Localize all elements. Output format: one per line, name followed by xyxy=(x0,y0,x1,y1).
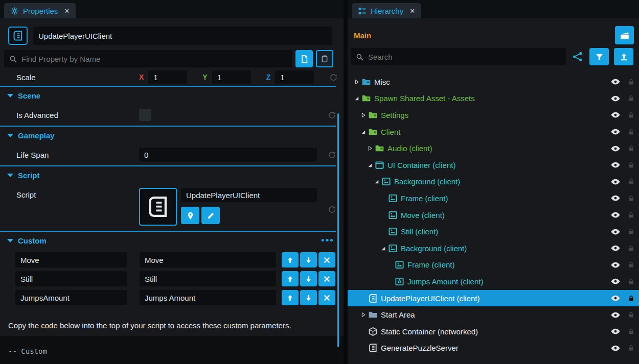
custom-param-value-input[interactable] xyxy=(140,290,276,305)
lock-icon[interactable] xyxy=(627,261,635,269)
visibility-eye-icon[interactable] xyxy=(610,93,621,104)
tree-item-static-container-networked[interactable]: Static Container (networked) xyxy=(348,323,639,340)
network-context-icon[interactable] xyxy=(571,51,584,62)
lock-icon[interactable] xyxy=(627,311,635,319)
lock-icon[interactable] xyxy=(627,195,635,202)
move-param-down-button[interactable] xyxy=(300,252,317,268)
tab-properties[interactable]: Properties ✕ xyxy=(4,3,76,18)
lock-icon[interactable] xyxy=(627,144,635,152)
reset-life-span-icon[interactable] xyxy=(328,151,336,159)
collapse-arrow-icon[interactable] xyxy=(372,178,381,186)
tree-item-misc[interactable]: Misc xyxy=(348,74,639,90)
script-asset-thumbnail[interactable] xyxy=(139,188,177,226)
visibility-eye-icon[interactable] xyxy=(610,77,621,87)
lock-icon[interactable] xyxy=(627,128,635,136)
scale-z-input[interactable] xyxy=(275,70,314,84)
scene-capture-button[interactable] xyxy=(615,26,634,44)
tree-item-move-client[interactable]: Move (client) xyxy=(348,207,639,224)
tree-item-jumps-amount-client[interactable]: AJumps Amount (client) xyxy=(348,273,639,290)
tree-item-frame-client[interactable]: Frame (client) xyxy=(348,190,639,207)
scale-y-input[interactable] xyxy=(212,70,251,84)
expand-arrow-icon[interactable] xyxy=(352,78,361,86)
lock-icon[interactable] xyxy=(627,94,635,102)
visibility-eye-icon[interactable] xyxy=(610,127,621,137)
collapse-custom-icon[interactable] xyxy=(7,239,13,242)
collapse-arrow-icon[interactable] xyxy=(352,94,361,103)
collapse-scene-icon[interactable] xyxy=(7,94,13,98)
visibility-eye-icon[interactable] xyxy=(610,260,621,270)
visibility-eye-icon[interactable] xyxy=(610,227,621,237)
collapse-arrow-icon[interactable] xyxy=(365,161,375,169)
lock-icon[interactable] xyxy=(627,111,635,119)
edit-script-button[interactable] xyxy=(201,207,220,224)
lock-icon[interactable] xyxy=(627,245,635,252)
visibility-eye-icon[interactable] xyxy=(610,276,621,286)
lock-icon[interactable] xyxy=(627,161,635,169)
scale-x-input[interactable] xyxy=(148,70,187,84)
custom-param-name-input[interactable] xyxy=(15,290,127,305)
tree-item-frame-client[interactable]: Frame (client) xyxy=(348,257,639,274)
visibility-eye-icon[interactable] xyxy=(610,326,621,336)
collapse-arrow-icon[interactable] xyxy=(358,128,368,136)
hierarchy-search-input[interactable] xyxy=(368,53,561,61)
tree-item-updateplayeruiclient-client[interactable]: UpdatePlayerUIClient (client) xyxy=(348,290,639,307)
tree-item-ui-container-client[interactable]: UI Container (client) xyxy=(348,157,639,174)
expand-arrow-icon[interactable] xyxy=(365,144,375,153)
delete-param-button[interactable] xyxy=(318,290,335,305)
tree-item-start-area[interactable]: Start Area xyxy=(348,306,639,323)
move-param-down-button[interactable] xyxy=(300,271,317,286)
delete-param-button[interactable] xyxy=(318,271,335,286)
custom-section-menu-icon[interactable]: ••• xyxy=(321,235,334,246)
life-span-input[interactable] xyxy=(139,148,317,162)
visibility-eye-icon[interactable] xyxy=(610,143,621,154)
expand-arrow-icon[interactable] xyxy=(358,111,368,119)
custom-param-value-input[interactable] xyxy=(140,271,276,286)
visibility-eye-icon[interactable] xyxy=(610,160,621,170)
visibility-eye-icon[interactable] xyxy=(610,110,621,120)
move-param-up-button[interactable] xyxy=(282,271,299,286)
lock-icon[interactable] xyxy=(627,228,635,235)
expand-arrow-icon[interactable] xyxy=(358,311,368,319)
move-param-up-button[interactable] xyxy=(282,252,299,268)
visibility-eye-icon[interactable] xyxy=(610,293,621,303)
move-param-down-button[interactable] xyxy=(300,290,317,305)
copy-properties-button[interactable] xyxy=(295,50,313,67)
reset-script-icon[interactable] xyxy=(328,205,336,214)
filter-button[interactable] xyxy=(589,48,609,65)
custom-param-name-input[interactable] xyxy=(15,252,127,268)
collapse-gameplay-icon[interactable] xyxy=(7,134,13,137)
visibility-eye-icon[interactable] xyxy=(610,243,621,253)
collapse-arrow-icon[interactable] xyxy=(378,244,388,252)
property-search-box[interactable] xyxy=(4,50,292,67)
visibility-eye-icon[interactable] xyxy=(610,310,621,320)
find-script-in-project-button[interactable] xyxy=(181,207,199,224)
is-advanced-checkbox[interactable] xyxy=(139,109,151,121)
lock-icon[interactable] xyxy=(627,278,635,285)
paste-properties-button[interactable] xyxy=(316,50,333,67)
export-button[interactable] xyxy=(614,48,633,65)
close-properties-tab-icon[interactable]: ✕ xyxy=(64,7,70,15)
visibility-eye-icon[interactable] xyxy=(610,343,621,353)
hierarchy-search-box[interactable] xyxy=(351,48,566,65)
reset-is-advanced-icon[interactable] xyxy=(328,111,336,119)
delete-param-button[interactable] xyxy=(318,252,335,268)
tree-item-still-client[interactable]: Still (client) xyxy=(348,223,639,240)
lock-icon[interactable] xyxy=(627,178,635,185)
collapse-script-icon[interactable] xyxy=(7,174,13,177)
object-name-input[interactable] xyxy=(33,27,332,45)
move-param-up-button[interactable] xyxy=(282,290,299,305)
visibility-eye-icon[interactable] xyxy=(610,210,621,220)
tree-item-settings[interactable]: Settings xyxy=(348,107,639,124)
lock-icon[interactable] xyxy=(627,328,635,335)
close-hierarchy-tab-icon[interactable]: ✕ xyxy=(409,7,415,15)
lock-icon[interactable] xyxy=(627,211,635,219)
visibility-eye-icon[interactable] xyxy=(610,193,621,203)
tab-hierarchy[interactable]: Hierarchy ✕ xyxy=(352,3,421,18)
tree-item-spawn-shared-asset-assets[interactable]: Spawn Shared Asset - Assets xyxy=(348,90,639,107)
custom-param-name-input[interactable] xyxy=(15,271,127,286)
lock-icon[interactable] xyxy=(627,295,635,302)
tree-item-background-client[interactable]: Background (client) xyxy=(348,240,639,257)
lock-icon[interactable] xyxy=(627,78,635,86)
reset-scale-icon[interactable] xyxy=(329,73,338,82)
properties-scrollbar[interactable] xyxy=(337,113,339,347)
